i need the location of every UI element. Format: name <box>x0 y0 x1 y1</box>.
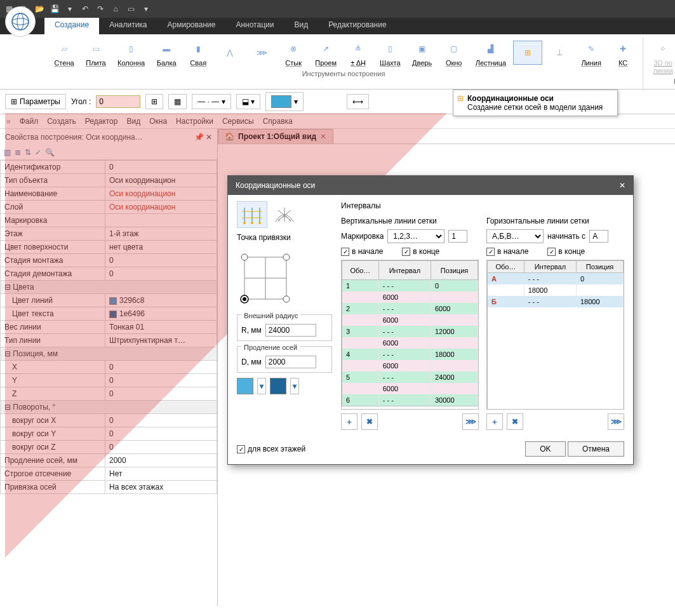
vert-marking-select[interactable]: 1,2,3… <box>387 229 444 243</box>
all-floors-check[interactable]: ✓для всех этажей <box>237 445 305 453</box>
horiz-begin-check[interactable]: ✓в начале <box>486 247 528 256</box>
grid-mode1[interactable]: ⊞ <box>145 94 163 109</box>
dh-button[interactable]: ≜± ΔH <box>344 37 373 69</box>
line3d-button[interactable]: ✧3D по линии <box>648 37 675 76</box>
list-icon[interactable]: ≣ <box>15 148 21 157</box>
undo-icon[interactable]: ↶ <box>79 3 91 15</box>
shaft-button[interactable]: ▯Шахта <box>375 37 405 69</box>
column-button[interactable]: ▯Колонна <box>113 37 149 69</box>
vert-delall-button[interactable]: ⋙ <box>462 413 479 430</box>
tab-reinforce[interactable]: Армирование <box>157 18 226 34</box>
horiz-start-input[interactable] <box>589 230 608 243</box>
check-icon[interactable]: ✓ <box>35 148 41 157</box>
menu-expand-icon[interactable]: » <box>6 117 11 126</box>
menu-services[interactable]: Сервисы <box>222 117 254 126</box>
color1-button[interactable] <box>237 378 253 394</box>
angle-label: Угол : <box>71 97 91 106</box>
cancel-button[interactable]: Отмена <box>568 441 624 457</box>
radial-grid-button[interactable] <box>269 201 300 228</box>
tab-view[interactable]: Вид <box>284 18 318 34</box>
extra1-button[interactable]: ⋀ <box>215 41 244 65</box>
landing-button[interactable]: ⊥ <box>545 41 574 65</box>
vert-table[interactable]: Обо…ИнтервалПозиция 1- - -0 6000 2- - -6… <box>342 260 478 406</box>
opening-button[interactable]: ↗Проем <box>311 37 341 69</box>
linestyle-select[interactable]: — · — ▾ <box>192 94 231 109</box>
close-icon[interactable]: ✕ <box>619 181 625 190</box>
dim-button[interactable]: ⟷ <box>347 94 369 109</box>
dropdown-icon[interactable]: ▾ <box>63 3 76 15</box>
horiz-delall-button[interactable]: ⋙ <box>608 413 624 430</box>
menu-bar: » Файл Создать Редактор Вид Окна Настрой… <box>0 114 675 129</box>
vert-begin-check[interactable]: ✓в начале <box>341 247 383 256</box>
color1-dropdown[interactable]: ▾ <box>257 378 266 394</box>
r-input[interactable] <box>265 324 316 337</box>
params-button[interactable]: ⊞ Параметры <box>5 94 66 109</box>
sort-icon[interactable]: ⇅ <box>25 148 31 157</box>
marking-label: Маркировка <box>341 232 384 241</box>
save-icon[interactable]: 💾 <box>48 3 61 15</box>
ruler-icon[interactable]: ▭ <box>124 3 137 15</box>
document-tab[interactable]: 🏠 Проект 1:Общий вид ✕ <box>218 129 333 144</box>
svg-point-2 <box>17 13 23 30</box>
pile-button[interactable]: ▮Свая <box>184 37 213 69</box>
document-tabs: 🏠 Проект 1:Общий вид ✕ <box>218 129 675 144</box>
angle-input[interactable] <box>96 95 140 108</box>
vert-end-check[interactable]: ✓в конце <box>402 247 439 256</box>
horiz-marking-select[interactable]: А,Б,В… <box>486 229 544 243</box>
menu-editor[interactable]: Редактор <box>85 117 118 126</box>
app-logo[interactable] <box>5 6 36 37</box>
menu-create[interactable]: Создать <box>47 117 76 126</box>
ks-button[interactable]: ✚КС <box>608 37 638 69</box>
anchor-grid[interactable] <box>237 250 294 307</box>
menu-help[interactable]: Справка <box>263 117 293 126</box>
view-icon[interactable]: ▥ <box>4 148 11 157</box>
menu-file[interactable]: Файл <box>20 117 39 126</box>
slab-button[interactable]: ▭Плита <box>81 37 110 69</box>
search-icon[interactable]: 🔍 <box>45 148 55 157</box>
color2-button[interactable] <box>270 378 286 394</box>
pin-icon[interactable]: 📌 <box>194 133 204 142</box>
extra2-button[interactable]: ⋙ <box>247 41 276 65</box>
redo-icon[interactable]: ↷ <box>94 3 107 15</box>
ortho-grid-button[interactable] <box>237 201 267 228</box>
vert-del-button[interactable]: ✖ <box>361 413 378 430</box>
close-icon[interactable]: ✕ <box>206 133 212 142</box>
vert-start-input[interactable] <box>448 230 467 243</box>
door-button[interactable]: ▣Дверь <box>408 37 437 69</box>
more-icon[interactable]: ▾ <box>140 3 152 15</box>
r-label: R, мм <box>241 326 262 335</box>
tab-edit[interactable]: Редактирование <box>318 18 396 34</box>
menu-settings[interactable]: Настройки <box>176 117 213 126</box>
window-button[interactable]: ▢Окно <box>439 37 469 69</box>
ribbon-tabs: Создание Аналитика Армирование Аннотации… <box>0 18 675 34</box>
intervals-label: Интервалы <box>341 201 624 210</box>
open-icon[interactable]: 📂 <box>33 3 46 15</box>
vert-add-button[interactable]: ＋ <box>341 413 358 430</box>
grid-icon: ⊞ <box>11 97 17 106</box>
horiz-add-button[interactable]: ＋ <box>486 413 503 430</box>
color-select[interactable]: ▾ <box>265 92 304 111</box>
tab-analytics[interactable]: Аналитика <box>99 18 157 34</box>
tab-create[interactable]: Создание <box>44 18 99 34</box>
beam-button[interactable]: ▬Балка <box>152 37 181 69</box>
joint-button[interactable]: ⊗Стык <box>279 37 308 69</box>
d-input[interactable] <box>265 356 316 368</box>
start-from-label: начинать с <box>547 232 585 241</box>
menu-view[interactable]: Вид <box>126 117 140 126</box>
tooltip-title: Координационные оси <box>467 94 603 103</box>
wall-button[interactable]: ▱Стена <box>50 37 79 69</box>
stair-button[interactable]: ▟Лестница <box>471 37 511 69</box>
grid-button[interactable]: ⊞ <box>513 41 542 65</box>
horiz-table[interactable]: Обо…ИнтервалПозиция А- - -0 18000 Б- - -… <box>487 260 624 410</box>
ok-button[interactable]: OK <box>525 441 565 457</box>
color2-dropdown[interactable]: ▾ <box>290 378 299 394</box>
horiz-end-check[interactable]: ✓в конце <box>547 247 585 256</box>
horiz-del-button[interactable]: ✖ <box>507 413 523 430</box>
close-icon[interactable]: ✕ <box>320 132 326 141</box>
house-icon[interactable]: ⌂ <box>109 3 122 15</box>
menu-windows[interactable]: Окна <box>149 117 167 126</box>
line-button[interactable]: ✎Линия <box>577 37 606 69</box>
grid-mode2[interactable]: ▦ <box>168 94 187 109</box>
tab-annotate[interactable]: Аннотации <box>225 18 284 34</box>
anchor-select[interactable]: ⬓ ▾ <box>236 94 260 109</box>
